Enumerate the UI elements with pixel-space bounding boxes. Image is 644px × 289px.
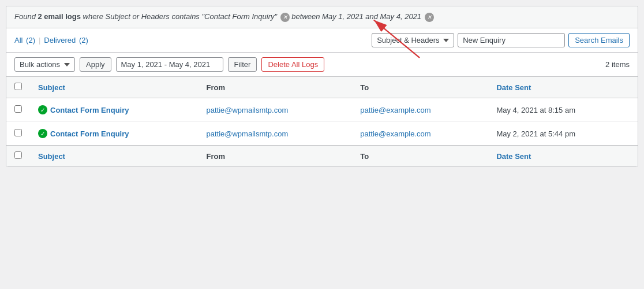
apply-button[interactable]: Apply	[80, 57, 111, 72]
tabs-container: All (2) | Delivered (2)	[14, 36, 366, 45]
row1-status-icon: ✓	[38, 105, 47, 114]
select-all-header	[6, 77, 30, 98]
bulk-actions-dropdown[interactable]: Bulk actions	[14, 57, 75, 72]
footer-col-from: From	[198, 146, 352, 167]
tab-separator: |	[39, 36, 40, 45]
col-subject[interactable]: Subject	[30, 77, 198, 98]
search-area: Subject & Headers Subject Headers From T…	[372, 33, 630, 47]
row1-to-cell: pattie@example.com	[352, 98, 488, 122]
row1-checkbox[interactable]	[14, 105, 22, 113]
footer-col-to: To	[352, 146, 488, 167]
search-emails-button[interactable]: Search Emails	[568, 33, 630, 47]
row2-from-cell: pattie@wpmailsmtp.com	[198, 122, 352, 146]
row1-subject-cell: ✓ Contact Form Enquiry	[30, 98, 198, 122]
row2-to-link[interactable]: pattie@example.com	[360, 129, 430, 138]
table-header-row: Subject From To Date Sent	[6, 77, 638, 98]
email-logs-table: Subject From To Date Sent ✓ Contact Form…	[6, 77, 638, 166]
col-from: From	[198, 77, 352, 98]
search-input[interactable]	[458, 33, 565, 47]
row2-subject-link[interactable]: Contact Form Enquiry	[50, 129, 129, 138]
footer-col-date-sent[interactable]: Date Sent	[488, 146, 638, 167]
row2-from-link[interactable]: pattie@wpmailsmtp.com	[206, 129, 288, 138]
filter-query-close-btn[interactable]: ✕	[280, 13, 290, 22]
filter-date-close-btn[interactable]: ✕	[425, 13, 434, 22]
row2-status-icon: ✓	[38, 129, 47, 138]
row1-from-link[interactable]: pattie@wpmailsmtp.com	[206, 106, 288, 114]
delete-all-logs-button[interactable]: Delete All Logs	[261, 57, 324, 72]
row2-check-cell	[6, 122, 30, 146]
select-all-checkbox[interactable]	[14, 83, 22, 90]
tabs-search-bar: All (2) | Delivered (2) Subject & Header…	[6, 28, 638, 53]
table-row: ✓ Contact Form Enquiry pattie@wpmailsmtp…	[6, 98, 638, 122]
row2-date-cell: May 2, 2021 at 5:44 pm	[488, 122, 638, 146]
items-count: 2 items	[605, 60, 630, 69]
row1-date-cell: May 4, 2021 at 8:15 am	[488, 98, 638, 122]
row2-subject-cell: ✓ Contact Form Enquiry	[30, 122, 198, 146]
tab-all[interactable]: All (2)	[14, 36, 35, 45]
filter-query-value: Contact Form Inquiry	[204, 12, 274, 21]
footer-col-subject[interactable]: Subject	[30, 146, 198, 167]
col-to: To	[352, 77, 488, 98]
row1-to-link[interactable]: pattie@example.com	[360, 106, 430, 114]
footer-check-col	[6, 146, 30, 167]
toolbar: Bulk actions Apply Filter Delete All Log…	[6, 53, 638, 77]
toolbar-left: Bulk actions Apply Filter Delete All Log…	[14, 57, 324, 72]
row1-subject-link[interactable]: Contact Form Enquiry	[50, 106, 129, 114]
filter-info-bar: Found 2 email logs where Subject or Head…	[6, 6, 638, 28]
filter-button[interactable]: Filter	[228, 57, 257, 72]
search-field-dropdown[interactable]: Subject & Headers Subject Headers From T…	[372, 33, 454, 47]
table-footer-row: Subject From To Date Sent	[6, 146, 638, 167]
date-range-input[interactable]	[116, 57, 223, 72]
filter-found-text: Found 2 email logs where Subject or Head…	[14, 12, 434, 21]
row1-from-cell: pattie@wpmailsmtp.com	[198, 98, 352, 122]
row2-checkbox[interactable]	[14, 129, 22, 136]
tab-delivered[interactable]: Delivered (2)	[44, 36, 88, 45]
row2-to-cell: pattie@example.com	[352, 122, 488, 146]
footer-select-all-checkbox[interactable]	[14, 151, 22, 159]
col-date-sent[interactable]: Date Sent	[488, 77, 638, 98]
table-row: ✓ Contact Form Enquiry pattie@wpmailsmtp…	[6, 122, 638, 146]
row1-check-cell	[6, 98, 30, 122]
